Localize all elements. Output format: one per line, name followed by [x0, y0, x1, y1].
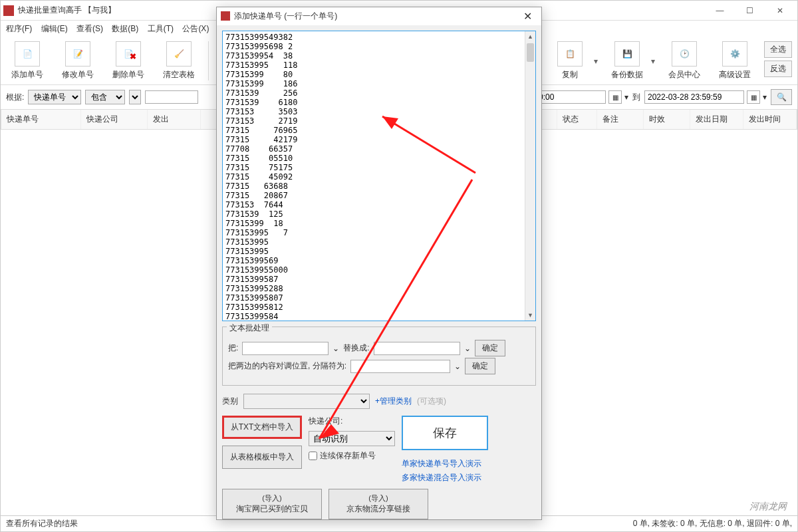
to-label: 到	[632, 92, 640, 103]
watermark: 河南龙网	[749, 501, 787, 513]
col-sendtime[interactable]: 发出时间	[743, 110, 797, 129]
document-edit-icon: 📝	[65, 41, 90, 66]
swap-label: 把两边的内容对调位置, 分隔符为:	[228, 360, 346, 372]
checkbox-label: 连续保存新单号	[320, 450, 376, 462]
filter-op-select[interactable]: 包含	[85, 90, 125, 104]
select-all-button[interactable]: 全选	[764, 41, 792, 58]
app-icon	[221, 11, 230, 21]
copy-button[interactable]: 📋 复制	[549, 41, 591, 80]
replace-from-label: 把:	[228, 342, 238, 354]
taobao-import-button[interactable]: (导入) 淘宝网已买到的宝贝	[222, 489, 322, 519]
replace-to-input[interactable]	[374, 342, 460, 355]
checkbox-input[interactable]	[309, 452, 317, 460]
calendar-end-icon[interactable]: ▦	[747, 90, 760, 104]
replace-to-label: 替换成:	[343, 342, 369, 354]
date-dropdown-icon[interactable]: ▾	[763, 92, 767, 102]
col-number[interactable]: 快递单号	[1, 110, 81, 129]
filter-field-select[interactable]: 快递单号	[28, 90, 81, 104]
clock-icon: 🕑	[672, 41, 697, 66]
clear-button[interactable]: 🧹 清空表格	[158, 41, 200, 80]
replace-confirm-button[interactable]: 确定	[475, 340, 505, 356]
invert-select-button[interactable]: 反选	[764, 61, 792, 77]
document-add-icon: 📄	[15, 41, 40, 66]
dropdown-caret[interactable]: ▾	[594, 57, 598, 66]
app-icon	[3, 5, 14, 16]
col-remark[interactable]: 备注	[597, 110, 644, 129]
import-txt-button[interactable]: 从TXT文档中导入	[222, 416, 302, 439]
swap-confirm-button[interactable]: 确定	[465, 358, 495, 374]
settings-button[interactable]: ⚙️ 高级设置	[714, 41, 756, 80]
col-company[interactable]: 快递公司	[81, 110, 148, 129]
category-row: 类别 +管理类别 (可选项)	[222, 394, 536, 409]
close-button[interactable]: ✕	[765, 1, 795, 21]
dialog-title: 添加快递单号 (一行一个单号)	[234, 11, 517, 22]
filter-value-input[interactable]	[145, 90, 198, 104]
search-icon: 🔍	[777, 92, 787, 102]
delete-button[interactable]: 📄✖ 删除单号	[107, 41, 150, 80]
calendar-start-icon[interactable]: ▦	[608, 90, 622, 104]
import-template-button[interactable]: 从表格模板中导入	[222, 446, 302, 469]
category-label: 类别	[222, 396, 238, 407]
manage-category-link[interactable]: +管理类别	[375, 396, 412, 407]
menu-notice[interactable]: 公告(X)	[182, 24, 209, 33]
status-left: 查看所有记录的结果	[6, 518, 78, 529]
dialog-close-button[interactable]: ✕	[517, 10, 537, 23]
col-time[interactable]: 时效	[644, 110, 690, 129]
scroll-up-icon[interactable]: ▲	[525, 31, 535, 42]
filter-label: 根据:	[6, 92, 24, 103]
minimize-button[interactable]: —	[705, 1, 735, 21]
col-senddate[interactable]: 发出日期	[690, 110, 743, 129]
add-button[interactable]: 📄 添加单号	[6, 41, 49, 80]
col-status[interactable]: 状态	[557, 110, 597, 129]
filter-dropdown[interactable]	[129, 90, 141, 104]
member-button[interactable]: 🕑 会员中心	[663, 41, 706, 80]
replace-from-input[interactable]	[242, 342, 329, 355]
dropdown-icon[interactable]: ⌄	[454, 362, 461, 371]
dropdown-icon[interactable]: ⌄	[464, 344, 471, 353]
dropdown-icon[interactable]: ⌄	[332, 344, 339, 353]
toolbar-separator	[208, 41, 209, 80]
search-button[interactable]: 🔍	[771, 89, 792, 105]
demo-multi-link[interactable]: 多家快递混合导入演示	[402, 472, 488, 483]
import-row: 从TXT文档中导入 从表格模板中导入 快递公司: 自动识别 连续保存新单号 保存…	[222, 416, 536, 483]
date-dropdown-icon[interactable]: ▾	[624, 92, 628, 102]
company-select[interactable]: 自动识别	[309, 431, 395, 446]
continuous-save-checkbox[interactable]: 连续保存新单号	[309, 450, 395, 462]
document-delete-icon: 📄✖	[116, 41, 141, 66]
numbers-textarea[interactable]: 77315399549382 773153995698 2 7731539954…	[223, 31, 535, 321]
scroll-thumb[interactable]	[527, 43, 534, 62]
menu-program[interactable]: 程序(F)	[6, 24, 32, 33]
numbers-textarea-wrap: 77315399549382 773153995698 2 7731539954…	[222, 31, 536, 321]
dropdown-caret[interactable]: ▾	[651, 57, 655, 66]
status-right: 0 单, 未签收: 0 单, 无信息: 0 单, 退回件: 0 单,	[633, 518, 792, 529]
scroll-down-icon[interactable]: ▼	[525, 310, 535, 321]
company-label: 快递公司:	[309, 416, 395, 427]
brush-icon: 🧹	[166, 41, 192, 66]
menu-data[interactable]: 数据(B)	[112, 24, 138, 33]
add-number-dialog: 添加快递单号 (一行一个单号) ✕ 77315399549382 7731539…	[216, 7, 542, 520]
batch-group-title: 文本批处理	[227, 323, 272, 334]
demo-buttons-row: (导入) 淘宝网已买到的宝贝 (导入) 京东物流分享链接	[222, 489, 536, 519]
category-select[interactable]	[243, 394, 370, 409]
menu-edit[interactable]: 编辑(E)	[41, 24, 68, 33]
date-end-input[interactable]	[644, 90, 744, 104]
save-icon: 💾	[614, 41, 640, 66]
jd-import-button[interactable]: (导入) 京东物流分享链接	[329, 489, 428, 519]
edit-button[interactable]: 📝 修改单号	[57, 41, 99, 80]
save-button[interactable]: 保存	[402, 416, 488, 450]
batch-group: 文本批处理 把: ⌄ 替换成: ⌄ 确定 把两边的内容对调位置, 分隔符为: ⌄…	[222, 327, 536, 386]
swap-sep-input[interactable]	[350, 360, 450, 373]
menu-view[interactable]: 查看(S)	[76, 24, 103, 33]
optional-label: (可选项)	[417, 396, 446, 407]
menu-tools[interactable]: 工具(T)	[148, 24, 174, 33]
gear-icon: ⚙️	[722, 41, 747, 66]
dialog-titlebar: 添加快递单号 (一行一个单号) ✕	[217, 7, 541, 25]
backup-button[interactable]: 💾 备份数据	[606, 41, 648, 80]
copy-icon: 📋	[557, 41, 583, 66]
demo-single-link[interactable]: 单家快递单号导入演示	[402, 458, 488, 469]
col-send[interactable]: 发出	[148, 110, 201, 129]
scrollbar[interactable]: ▲ ▼	[525, 31, 535, 321]
maximize-button[interactable]: ☐	[735, 1, 765, 21]
